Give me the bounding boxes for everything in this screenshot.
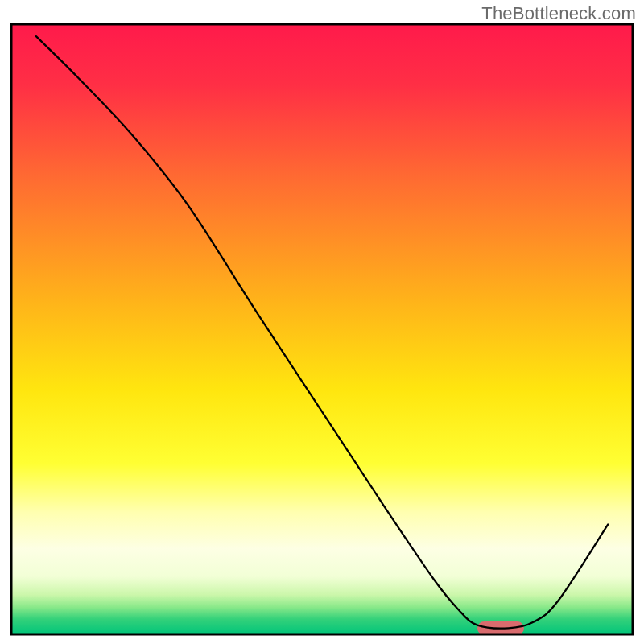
watermark-label: TheBottleneck.com bbox=[481, 3, 636, 24]
chart-svg bbox=[0, 0, 644, 644]
bottleneck-chart: TheBottleneck.com bbox=[0, 0, 644, 644]
gradient-background bbox=[11, 24, 633, 634]
